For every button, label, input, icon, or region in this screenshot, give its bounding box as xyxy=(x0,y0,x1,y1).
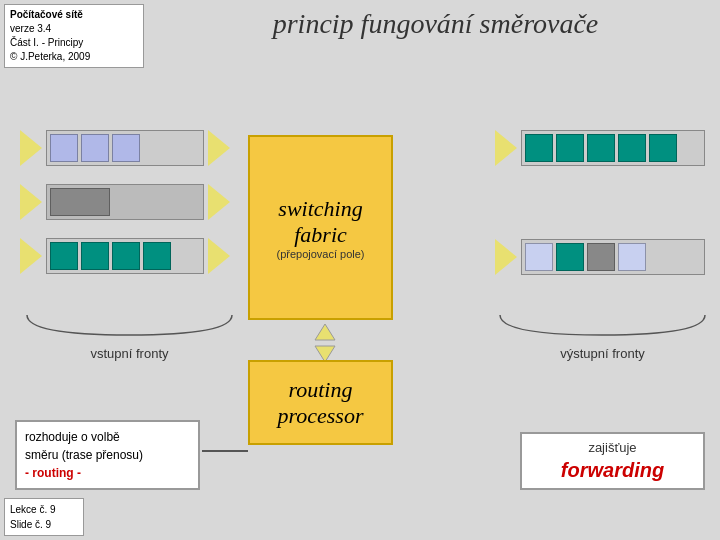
routing-info-line2: směru (trase přenosu) xyxy=(25,446,190,464)
routing-info-box: rozhoduje o volbě směru (trase přenosu) … xyxy=(15,420,200,490)
switching-fabric-subtitle: (přepojovací pole) xyxy=(276,248,364,260)
routing-info-line1: rozhoduje o volbě xyxy=(25,428,190,446)
block-3-3 xyxy=(112,242,140,270)
output-arrow-1 xyxy=(208,130,230,166)
output-arrow-2 xyxy=(208,184,230,220)
input-arrow-3 xyxy=(20,238,42,274)
slide-label: Slide č. 9 xyxy=(10,517,78,532)
input-arrow-2 xyxy=(20,184,42,220)
double-arrow xyxy=(305,322,345,364)
block-2-1 xyxy=(50,188,110,216)
out-queue-container-1 xyxy=(521,130,705,166)
block-1-3 xyxy=(112,134,140,162)
double-arrow-svg xyxy=(305,322,345,364)
out-block-1-2 xyxy=(556,134,584,162)
lecture-label: Lekce č. 9 xyxy=(10,502,78,517)
queue-container-1 xyxy=(46,130,204,166)
part-label: Část I. - Principy xyxy=(10,36,138,50)
app-title: Počítačové sítě xyxy=(10,8,138,22)
switching-fabric-box: switching fabric (přepojovací pole) xyxy=(248,135,393,320)
out-block-1-5 xyxy=(649,134,677,162)
out-block-2-2 xyxy=(556,243,584,271)
output-queue-row-2 xyxy=(495,239,705,275)
output-queues-area xyxy=(495,130,705,293)
out-input-arrow-2 xyxy=(495,239,517,275)
slide-info: Lekce č. 9 Slide č. 9 xyxy=(4,498,84,536)
output-queue-row-1 xyxy=(495,130,705,166)
out-block-2-3 xyxy=(587,243,615,271)
forwarding-highlight: forwarding xyxy=(530,459,695,482)
out-block-1-3 xyxy=(587,134,615,162)
input-queue-row-1 xyxy=(20,130,230,166)
block-1-2 xyxy=(81,134,109,162)
info-box: Počítačové sítě verze 3.4 Část I. - Prin… xyxy=(4,4,144,68)
block-3-2 xyxy=(81,242,109,270)
forwarding-info-label: zajišťuje xyxy=(530,440,695,455)
input-queues-area xyxy=(20,130,230,292)
out-queue-container-2 xyxy=(521,239,705,275)
routing-processor-box: routing processor xyxy=(248,360,393,445)
author-label: © J.Peterka, 2009 xyxy=(10,50,138,64)
svg-marker-0 xyxy=(315,324,335,340)
out-input-arrow-1 xyxy=(495,130,517,166)
queue-container-2 xyxy=(46,184,204,220)
output-arrow-3 xyxy=(208,238,230,274)
input-queue-row-3 xyxy=(20,238,230,274)
input-arrow-1 xyxy=(20,130,42,166)
vystupni-fronty-label: výstupní fronty xyxy=(495,310,710,361)
queue-container-3 xyxy=(46,238,204,274)
out-block-2-4 xyxy=(618,243,646,271)
vstupni-fronty-label: vstupní fronty xyxy=(22,310,237,361)
vystupni-text: výstupní fronty xyxy=(495,346,710,361)
routing-processor-label: routing processor xyxy=(250,377,391,429)
connector-line xyxy=(202,450,248,452)
vstupni-brace xyxy=(22,310,237,340)
block-3-4 xyxy=(143,242,171,270)
forwarding-info-box: zajišťuje forwarding xyxy=(520,432,705,490)
out-block-2-1 xyxy=(525,243,553,271)
version-label: verze 3.4 xyxy=(10,22,138,36)
vstupni-text: vstupní fronty xyxy=(22,346,237,361)
main-title: princip fungování směrovače xyxy=(155,8,716,40)
input-queue-row-2 xyxy=(20,184,230,220)
block-1-1 xyxy=(50,134,78,162)
switching-fabric-label: switching fabric xyxy=(250,196,391,248)
out-block-1-4 xyxy=(618,134,646,162)
out-block-1-1 xyxy=(525,134,553,162)
block-3-1 xyxy=(50,242,78,270)
vystupni-brace xyxy=(495,310,710,340)
routing-highlight: - routing - xyxy=(25,464,190,482)
